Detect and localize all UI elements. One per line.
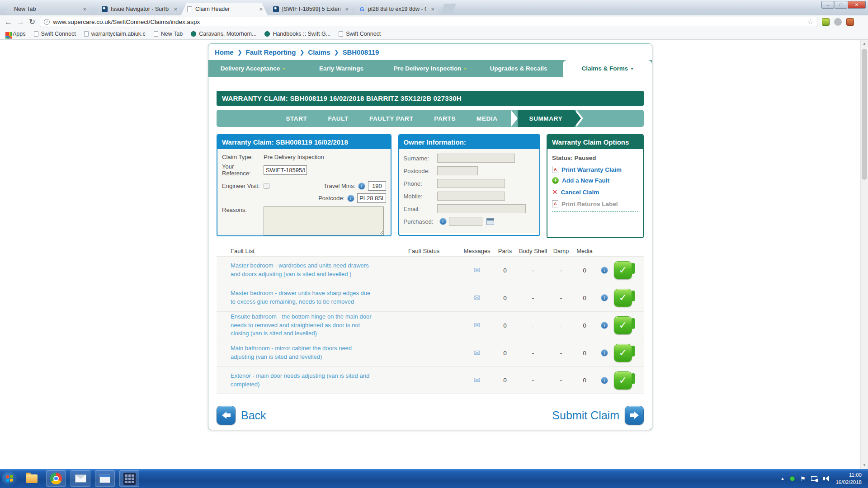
network-icon[interactable]	[811, 476, 817, 481]
messages-cell[interactable]: ✉	[461, 266, 493, 275]
browser-tab[interactable]: Gpl28 8sl to ex19 8dw - G×	[353, 3, 439, 15]
info-icon[interactable]: i	[601, 349, 608, 357]
bookmark-item[interactable]: New Tab	[154, 31, 183, 37]
info-icon[interactable]: i	[601, 377, 608, 384]
open-fault-cell[interactable]	[633, 266, 646, 274]
maximize-button[interactable]: □	[835, 1, 847, 9]
taskbar-chrome[interactable]	[46, 470, 66, 487]
minimize-button[interactable]: –	[821, 1, 834, 9]
messages-cell[interactable]: ✉	[461, 348, 493, 358]
info-icon[interactable]: i	[601, 267, 608, 274]
taskbar-mail[interactable]	[71, 470, 90, 487]
tab-close-icon[interactable]: ×	[81, 6, 88, 13]
envelope-icon[interactable]: ✉	[474, 266, 480, 275]
tab-close-icon[interactable]: ×	[429, 6, 436, 13]
info-cell[interactable]: i	[596, 322, 613, 329]
envelope-icon[interactable]: ✉	[474, 294, 480, 302]
check-button[interactable]: ✓	[614, 344, 632, 362]
back-button[interactable]	[217, 406, 236, 425]
option-add-a-new-fault[interactable]: +Add a New Fault	[552, 177, 638, 184]
back-group[interactable]: Back	[217, 406, 266, 425]
bookmark-item[interactable]: Caravans, Motorhom...	[191, 31, 256, 37]
option-cancel-claim[interactable]: ✕Cancel Claim	[552, 188, 638, 196]
browser-tab[interactable]: New Tab×	[5, 3, 91, 15]
envelope-icon[interactable]: ✉	[474, 376, 480, 385]
step-parts[interactable]: PARTS	[424, 115, 466, 122]
reference-input[interactable]	[264, 165, 307, 175]
chevron-right-icon[interactable]	[632, 263, 635, 274]
open-fault-cell[interactable]	[633, 376, 646, 385]
tab-close-icon[interactable]: ×	[172, 6, 179, 13]
breadcrumb-link[interactable]: Home	[215, 48, 234, 56]
messages-cell[interactable]: ✉	[461, 375, 493, 385]
engineer-visit-checkbox[interactable]	[264, 183, 269, 189]
bookmark-item[interactable]: Apps	[5, 31, 26, 37]
check-button[interactable]: ✓	[614, 261, 632, 279]
calendar-icon[interactable]	[486, 218, 494, 225]
browser-tab[interactable]: Issue Navigator - Surfba×	[95, 3, 182, 15]
travel-info-icon[interactable]: i	[358, 183, 365, 190]
check-button[interactable]: ✓	[614, 371, 632, 389]
forward-icon[interactable]: →	[17, 18, 24, 26]
extension-icon-gray[interactable]	[834, 18, 842, 26]
nav-tab-pre-delivery-inspection[interactable]: Pre Delivery Inspection▾	[386, 60, 474, 77]
close-button[interactable]: ✕	[848, 1, 866, 9]
submit-group[interactable]: Submit Claim	[552, 406, 644, 425]
info-icon[interactable]: i	[601, 294, 608, 301]
action-center-flag-icon[interactable]: ⚑	[800, 475, 806, 482]
extension-icon-orange[interactable]	[846, 18, 854, 26]
info-icon[interactable]: i	[601, 322, 608, 329]
breadcrumb-link[interactable]: Fault Reporting	[246, 48, 296, 56]
refresh-icon[interactable]: ↻	[29, 18, 35, 26]
fault-description-link[interactable]: Main bathroom - mirror cabinet the doors…	[217, 344, 375, 361]
url-text[interactable]: www.supercare.co.uk/SwiftConnect/Claims/…	[53, 19, 804, 25]
fault-description-link[interactable]: Exterior - main door needs adjusting (va…	[217, 372, 375, 389]
info-cell[interactable]: i	[596, 267, 613, 274]
postcode-info-icon[interactable]: i	[347, 195, 354, 202]
bookmark-item[interactable]: warrantyclaim.abiuk.c	[84, 31, 146, 37]
complete-cell[interactable]: ✓	[613, 371, 633, 389]
address-bar[interactable]: i www.supercare.co.uk/SwiftConnect/Claim…	[40, 17, 817, 27]
taskbar-app-window[interactable]	[95, 470, 115, 487]
tab-close-icon[interactable]: ×	[258, 6, 264, 13]
tray-status-icon[interactable]	[790, 476, 795, 481]
complete-cell[interactable]: ✓	[613, 289, 633, 307]
envelope-icon[interactable]: ✉	[474, 321, 480, 330]
breadcrumb-link[interactable]: Claims	[308, 48, 330, 56]
back-label[interactable]: Back	[241, 409, 266, 422]
info-cell[interactable]: i	[596, 377, 613, 384]
extension-icon-green[interactable]	[822, 18, 830, 26]
submit-label[interactable]: Submit Claim	[552, 409, 619, 422]
step-start[interactable]: START	[275, 115, 317, 122]
bookmark-star-icon[interactable]: ☆	[807, 18, 813, 26]
scroll-up-icon[interactable]: ▲	[861, 40, 868, 47]
complete-cell[interactable]: ✓	[613, 344, 633, 362]
check-button[interactable]: ✓	[614, 316, 632, 334]
browser-tab[interactable]: [SWIFT-18599] 5 Exterior×	[267, 3, 354, 15]
tray-expand-icon[interactable]: ▲	[780, 476, 784, 481]
claim-postcode-input[interactable]	[357, 193, 386, 203]
chevron-right-icon[interactable]	[632, 346, 635, 357]
purchased-info-icon[interactable]: i	[439, 218, 447, 225]
start-button[interactable]	[2, 471, 17, 486]
page-scrollbar[interactable]: ▲ ▼	[860, 40, 868, 469]
travel-mins-input[interactable]	[368, 181, 386, 191]
open-fault-cell[interactable]	[633, 321, 646, 329]
fault-description-link[interactable]: Master bedroom - drawer units have sharp…	[217, 289, 375, 306]
complete-cell[interactable]: ✓	[613, 261, 633, 279]
fault-description-link[interactable]: Ensuite bathroom - the bottom hinge on t…	[217, 313, 375, 338]
new-tab-button[interactable]	[441, 4, 456, 14]
taskbar-clock[interactable]: 11:00 16/02/2018	[835, 471, 866, 486]
page-info-icon[interactable]: i	[44, 19, 50, 25]
chevron-right-icon[interactable]	[632, 318, 635, 329]
open-fault-cell[interactable]	[633, 349, 646, 357]
nav-tab-upgrades-recalls[interactable]: Upgrades & Recalls	[474, 60, 563, 77]
reasons-textarea[interactable]	[264, 206, 384, 235]
breadcrumb-link[interactable]: SBH008119	[342, 48, 379, 56]
nav-tab-early-warnings[interactable]: Early Warnings	[297, 60, 386, 77]
open-fault-cell[interactable]	[633, 294, 646, 302]
nav-tab-delivery-acceptance[interactable]: Delivery Acceptance▾	[208, 60, 297, 77]
fault-description-link[interactable]: Master bedroom - wardrobes and units nee…	[217, 262, 375, 279]
info-cell[interactable]: i	[596, 294, 613, 301]
bookmark-item[interactable]: Handbooks :: Swift G...	[264, 31, 330, 37]
